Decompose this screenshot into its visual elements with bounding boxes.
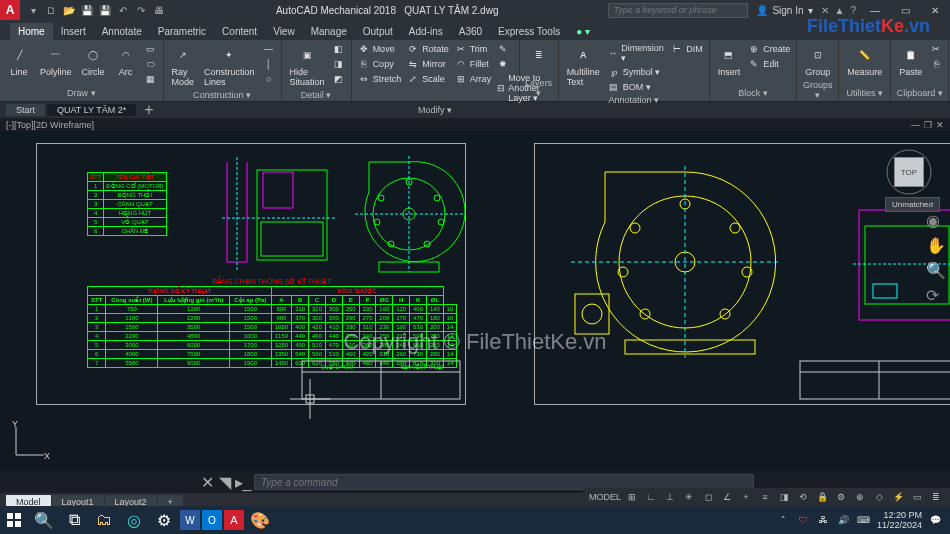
ray-button[interactable]: ↗Ray Mode [168,42,199,89]
osnap-icon[interactable]: ◻ [700,490,716,504]
drawing-canvas[interactable]: STTTÊN CHI TIẾT1ĐỘNG CƠ (MOTOR)2BỘNG THỔ… [0,131,950,471]
tab-home[interactable]: Home [10,23,53,40]
menu-icon[interactable]: ▾ [26,3,40,17]
detail-a-button[interactable]: ◧ [331,42,347,56]
clean-icon[interactable]: ▭ [909,490,925,504]
detail-c-button[interactable]: ◩ [331,72,347,86]
dim-button[interactable]: ⊢DIM [669,42,705,56]
arc-button[interactable]: ◠Arc [111,42,141,79]
grid-icon[interactable]: ⊞ [624,490,640,504]
panel-label[interactable]: Draw ▾ [4,87,159,99]
polar-icon[interactable]: ✳ [681,490,697,504]
cline-c-button[interactable]: ○ [261,72,277,86]
snap-icon[interactable]: ∟ [643,490,659,504]
move-button[interactable]: ✥Move [356,42,404,56]
help-search-input[interactable] [608,3,748,18]
tab-output[interactable]: Output [355,23,401,40]
exchange-icon[interactable]: ✕ [821,5,829,16]
viewport-label[interactable]: [-][Top][2D Wireframe] [6,120,94,130]
group-button[interactable]: ⊡Group [801,42,834,79]
cut-button[interactable]: ✂ [928,42,944,56]
tab-addins[interactable]: Add-ins [401,23,451,40]
steering-wheel-icon[interactable]: ◉ [926,211,946,230]
panel-label[interactable]: Annotation ▾ [563,94,705,106]
tray-volume-icon[interactable]: 🔊 [837,513,851,527]
polyline-button[interactable]: 〰Polyline [36,42,76,79]
pan-icon[interactable]: ✋ [926,236,946,255]
hide-button[interactable]: ▣Hide Situation [286,42,329,89]
cmd-close-icon[interactable]: ✕ [200,475,214,489]
undo-icon[interactable]: ↶ [116,3,130,17]
ellipse-button[interactable]: ⬭ [143,57,159,71]
iso-icon[interactable]: ◇ [871,490,887,504]
outlook-icon[interactable]: O [202,510,222,530]
transparency-icon[interactable]: ◨ [776,490,792,504]
tray-network-icon[interactable]: 🖧 [817,513,831,527]
tray-chevron-icon[interactable]: ˄ [777,513,791,527]
save-icon[interactable]: 💾 [80,3,94,17]
array-button[interactable]: ⊞Array [453,72,494,86]
app-icon[interactable]: A [0,0,20,20]
lwt-icon[interactable]: ≡ [757,490,773,504]
tab-annotate[interactable]: Annotate [94,23,150,40]
scale-button[interactable]: ⤢Scale [405,72,451,86]
redo-icon[interactable]: ↷ [134,3,148,17]
tab-view[interactable]: View [265,23,303,40]
hatch-button[interactable]: ▦ [143,72,159,86]
tab-a360[interactable]: A360 [451,23,490,40]
explorer-icon[interactable]: 🗂 [90,506,118,534]
orbit-icon[interactable]: ⟳ [926,286,946,305]
panel-label[interactable]: Construction ▾ [168,89,277,101]
circle-button[interactable]: ◯Circle [78,42,109,79]
panel-label[interactable]: Groups ▾ [801,79,834,101]
mtext-button[interactable]: AMultiline Text [563,42,604,89]
print-icon[interactable]: 🖶 [152,3,166,17]
tab-content[interactable]: Content [214,23,265,40]
annomon-icon[interactable]: ⊕ [852,490,868,504]
paste-button[interactable]: 📋Paste [895,42,926,79]
insert-button[interactable]: ⬒Insert [714,42,745,79]
constrlines-button[interactable]: ✦Construction Lines [200,42,259,89]
tab-express[interactable]: Express Tools [490,23,568,40]
search-icon[interactable]: 🔍 [30,506,58,534]
copy-button[interactable]: ⎘Copy [356,57,404,71]
edge-icon[interactable]: ◎ [120,506,148,534]
panel-label[interactable]: Clipboard ▾ [895,87,944,99]
layers-button[interactable]: ≣ [524,42,554,68]
detail-b-button[interactable]: ◨ [331,57,347,71]
otrack-icon[interactable]: ∠ [719,490,735,504]
cycling-icon[interactable]: ⟲ [795,490,811,504]
new-icon[interactable]: 🗋 [44,3,58,17]
workspace-icon[interactable]: ⚙ [833,490,849,504]
panel-label[interactable]: Block ▾ [714,87,793,99]
rect-button[interactable]: ▭ [143,42,159,56]
tab-insert[interactable]: Insert [53,23,94,40]
tray-notifications-icon[interactable]: 💬 [928,513,942,527]
rotate-button[interactable]: ⟳Rotate [405,42,451,56]
model-toggle[interactable]: MODEL [589,492,621,502]
cline-v-button[interactable]: │ [261,57,277,71]
vp-minimize-icon[interactable]: — [911,120,920,130]
tab-featured[interactable]: ● ▾ [568,23,598,40]
viewcube[interactable]: TOP [886,149,932,195]
vp-restore-icon[interactable]: ❐ [924,120,932,130]
tray-clock[interactable]: 12:20 PM 11/22/2024 [877,510,922,530]
saveas-icon[interactable]: 💾 [98,3,112,17]
ortho-icon[interactable]: ⊥ [662,490,678,504]
panel-label[interactable]: Modify ▾ [356,104,515,116]
dimension-button[interactable]: ↔Dimension ▾ [606,42,668,64]
fillet-button[interactable]: ◠Fillet [453,57,494,71]
edit-button[interactable]: ✎Edit [746,57,792,71]
vp-close-icon[interactable]: ✕ [936,120,944,130]
stretch-button[interactable]: ⇔Stretch [356,72,404,86]
panel-label[interactable]: Utilities ▾ [843,87,886,99]
add-tab-button[interactable]: + [138,100,159,120]
open-icon[interactable]: 📂 [62,3,76,17]
tray-lang-icon[interactable]: ⌨ [857,513,871,527]
tab-doc[interactable]: QUAT LY TÂM 2* [47,104,136,116]
help-icon[interactable]: ? [850,5,856,16]
tab-start[interactable]: Start [6,104,45,116]
copy-clip-button[interactable]: ⎘ [928,57,944,71]
line-button[interactable]: ╱Line [4,42,34,79]
tab-manage[interactable]: Manage [303,23,355,40]
